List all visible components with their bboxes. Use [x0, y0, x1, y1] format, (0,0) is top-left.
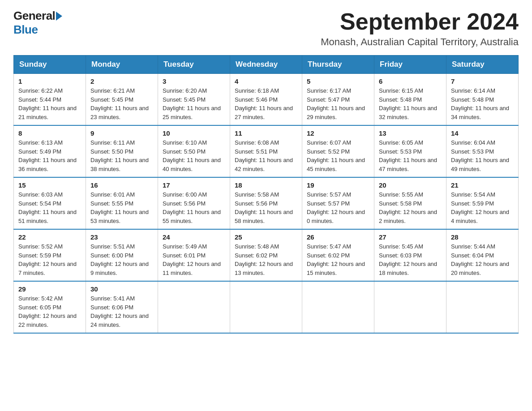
day-number: 10	[163, 129, 225, 137]
logo-blue: Blue	[13, 23, 38, 36]
day-number: 21	[451, 181, 514, 189]
table-row: 3 Sunrise: 6:20 AM Sunset: 5:45 PM Dayli…	[158, 74, 230, 126]
day-number: 18	[235, 181, 297, 189]
col-friday: Friday	[374, 56, 446, 74]
logo: General Blue	[13, 9, 62, 37]
day-number: 22	[18, 233, 81, 241]
day-info: Sunrise: 6:22 AM Sunset: 5:44 PM Dayligh…	[18, 86, 81, 121]
table-row: 7 Sunrise: 6:14 AM Sunset: 5:48 PM Dayli…	[446, 74, 519, 126]
day-info: Sunrise: 5:41 AM Sunset: 6:06 PM Dayligh…	[90, 294, 153, 329]
table-row: 6 Sunrise: 6:15 AM Sunset: 5:48 PM Dayli…	[374, 74, 446, 126]
day-number: 14	[451, 129, 514, 137]
table-row: 11 Sunrise: 6:08 AM Sunset: 5:51 PM Dayl…	[230, 125, 302, 177]
day-number: 11	[235, 129, 297, 137]
day-info: Sunrise: 5:52 AM Sunset: 5:59 PM Dayligh…	[18, 242, 81, 277]
day-number: 30	[90, 285, 153, 293]
day-info: Sunrise: 6:11 AM Sunset: 5:50 PM Dayligh…	[90, 138, 153, 173]
table-row	[158, 281, 230, 333]
table-row: 19 Sunrise: 5:57 AM Sunset: 5:57 PM Dayl…	[302, 177, 374, 229]
day-number: 24	[163, 233, 225, 241]
day-number: 8	[18, 129, 81, 137]
day-number: 12	[307, 129, 369, 137]
day-number: 25	[235, 233, 297, 241]
table-row	[374, 281, 446, 333]
table-row: 4 Sunrise: 6:18 AM Sunset: 5:46 PM Dayli…	[230, 74, 302, 126]
day-number: 3	[163, 77, 225, 85]
day-number: 27	[379, 233, 442, 241]
col-sunday: Sunday	[14, 56, 86, 74]
table-row	[230, 281, 302, 333]
table-row: 26 Sunrise: 5:47 AM Sunset: 6:02 PM Dayl…	[302, 229, 374, 281]
day-number: 20	[379, 181, 442, 189]
table-row: 2 Sunrise: 6:21 AM Sunset: 5:45 PM Dayli…	[86, 74, 158, 126]
table-row: 24 Sunrise: 5:49 AM Sunset: 6:01 PM Dayl…	[158, 229, 230, 281]
title-block: September 2024 Monash, Australian Capita…	[321, 9, 519, 48]
day-number: 4	[235, 77, 297, 85]
table-row: 21 Sunrise: 5:54 AM Sunset: 5:59 PM Dayl…	[446, 177, 519, 229]
day-info: Sunrise: 6:04 AM Sunset: 5:53 PM Dayligh…	[451, 138, 514, 173]
day-info: Sunrise: 5:49 AM Sunset: 6:01 PM Dayligh…	[163, 242, 225, 277]
table-row: 15 Sunrise: 6:03 AM Sunset: 5:54 PM Dayl…	[14, 177, 86, 229]
day-info: Sunrise: 6:21 AM Sunset: 5:45 PM Dayligh…	[90, 86, 153, 121]
day-info: Sunrise: 5:54 AM Sunset: 5:59 PM Dayligh…	[451, 190, 514, 225]
day-number: 19	[307, 181, 369, 189]
day-info: Sunrise: 5:57 AM Sunset: 5:57 PM Dayligh…	[307, 190, 369, 225]
col-monday: Monday	[86, 56, 158, 74]
calendar-week-row: 1 Sunrise: 6:22 AM Sunset: 5:44 PM Dayli…	[14, 74, 519, 126]
table-row: 16 Sunrise: 6:01 AM Sunset: 5:55 PM Dayl…	[86, 177, 158, 229]
day-info: Sunrise: 6:15 AM Sunset: 5:48 PM Dayligh…	[379, 86, 442, 121]
day-info: Sunrise: 5:51 AM Sunset: 6:00 PM Dayligh…	[90, 242, 153, 277]
table-row: 29 Sunrise: 5:42 AM Sunset: 6:05 PM Dayl…	[14, 281, 86, 333]
day-number: 15	[18, 181, 81, 189]
day-number: 1	[18, 77, 81, 85]
calendar-week-row: 15 Sunrise: 6:03 AM Sunset: 5:54 PM Dayl…	[14, 177, 519, 229]
page-subtitle: Monash, Australian Capital Territory, Au…	[321, 36, 519, 48]
page-title: September 2024	[321, 9, 519, 34]
table-row: 28 Sunrise: 5:44 AM Sunset: 6:04 PM Dayl…	[446, 229, 519, 281]
day-info: Sunrise: 6:20 AM Sunset: 5:45 PM Dayligh…	[163, 86, 225, 121]
day-number: 6	[379, 77, 442, 85]
logo-arrow-icon	[56, 12, 62, 21]
day-number: 7	[451, 77, 514, 85]
day-info: Sunrise: 6:00 AM Sunset: 5:56 PM Dayligh…	[163, 190, 225, 225]
day-info: Sunrise: 6:03 AM Sunset: 5:54 PM Dayligh…	[18, 190, 81, 225]
col-wednesday: Wednesday	[230, 56, 302, 74]
day-info: Sunrise: 5:42 AM Sunset: 6:05 PM Dayligh…	[18, 294, 81, 329]
calendar-table: Sunday Monday Tuesday Wednesday Thursday…	[13, 55, 519, 334]
day-info: Sunrise: 6:13 AM Sunset: 5:49 PM Dayligh…	[18, 138, 81, 173]
table-row: 10 Sunrise: 6:10 AM Sunset: 5:50 PM Dayl…	[158, 125, 230, 177]
day-info: Sunrise: 6:14 AM Sunset: 5:48 PM Dayligh…	[451, 86, 514, 121]
day-info: Sunrise: 6:01 AM Sunset: 5:55 PM Dayligh…	[90, 190, 153, 225]
day-info: Sunrise: 6:17 AM Sunset: 5:47 PM Dayligh…	[307, 86, 369, 121]
table-row: 1 Sunrise: 6:22 AM Sunset: 5:44 PM Dayli…	[14, 74, 86, 126]
table-row: 9 Sunrise: 6:11 AM Sunset: 5:50 PM Dayli…	[86, 125, 158, 177]
table-row: 14 Sunrise: 6:04 AM Sunset: 5:53 PM Dayl…	[446, 125, 519, 177]
table-row	[446, 281, 519, 333]
table-row	[302, 281, 374, 333]
table-row: 27 Sunrise: 5:45 AM Sunset: 6:03 PM Dayl…	[374, 229, 446, 281]
day-info: Sunrise: 5:48 AM Sunset: 6:02 PM Dayligh…	[235, 242, 297, 277]
day-number: 29	[18, 285, 81, 293]
day-info: Sunrise: 6:10 AM Sunset: 5:50 PM Dayligh…	[163, 138, 225, 173]
day-number: 17	[163, 181, 225, 189]
day-number: 16	[90, 181, 153, 189]
table-row: 12 Sunrise: 6:07 AM Sunset: 5:52 PM Dayl…	[302, 125, 374, 177]
day-number: 26	[307, 233, 369, 241]
day-info: Sunrise: 5:47 AM Sunset: 6:02 PM Dayligh…	[307, 242, 369, 277]
day-number: 2	[90, 77, 153, 85]
day-number: 9	[90, 129, 153, 137]
table-row: 25 Sunrise: 5:48 AM Sunset: 6:02 PM Dayl…	[230, 229, 302, 281]
day-info: Sunrise: 5:44 AM Sunset: 6:04 PM Dayligh…	[451, 242, 514, 277]
day-number: 13	[379, 129, 442, 137]
day-info: Sunrise: 6:05 AM Sunset: 5:53 PM Dayligh…	[379, 138, 442, 173]
day-number: 28	[451, 233, 514, 241]
calendar-week-row: 8 Sunrise: 6:13 AM Sunset: 5:49 PM Dayli…	[14, 125, 519, 177]
table-row: 23 Sunrise: 5:51 AM Sunset: 6:00 PM Dayl…	[86, 229, 158, 281]
day-info: Sunrise: 5:45 AM Sunset: 6:03 PM Dayligh…	[379, 242, 442, 277]
table-row: 17 Sunrise: 6:00 AM Sunset: 5:56 PM Dayl…	[158, 177, 230, 229]
table-row: 30 Sunrise: 5:41 AM Sunset: 6:06 PM Dayl…	[86, 281, 158, 333]
day-info: Sunrise: 5:58 AM Sunset: 5:56 PM Dayligh…	[235, 190, 297, 225]
calendar-header-row: Sunday Monday Tuesday Wednesday Thursday…	[14, 56, 519, 74]
day-info: Sunrise: 6:18 AM Sunset: 5:46 PM Dayligh…	[235, 86, 297, 121]
table-row: 20 Sunrise: 5:55 AM Sunset: 5:58 PM Dayl…	[374, 177, 446, 229]
